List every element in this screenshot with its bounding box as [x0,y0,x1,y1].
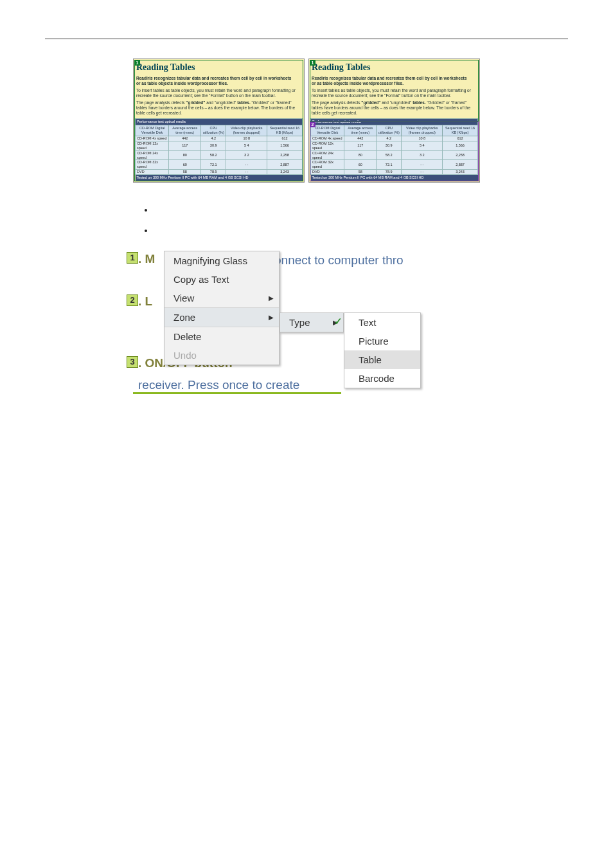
type-item-picture[interactable]: Picture [344,332,420,350]
type-item-table[interactable]: Table [344,350,420,369]
green-underline [133,392,341,394]
list-marker-3: 3 [127,356,138,368]
legend-item [154,205,568,208]
bg-text-receiver: receiver. Press once to create [138,378,299,392]
menu-item-zone[interactable]: Zone▶ [164,307,279,327]
zone-outline: 1 [134,60,303,181]
check-icon: ✓ [334,316,342,327]
list-marker-1: 1 [127,252,138,264]
reading-tables-figure: 1 Reading Tables Readiris recognizes tab… [133,59,480,183]
top-rule [45,39,568,39]
type-item-text[interactable]: ✓ Text [344,313,420,332]
zone-outline-table: 2 [310,122,479,181]
menu-item-delete[interactable]: Delete [164,327,279,346]
reading-tables-panel-right: 1 2 Reading Tables Readiris recognizes t… [308,59,480,183]
menu-item-magnifying-glass[interactable]: Magnifying Glass [164,251,279,270]
list-marker-2: 2 [127,294,138,306]
type-item-barcode[interactable]: Barcode [344,369,420,388]
type-submenu: ✓ Text Picture Table Barcode [344,312,421,388]
figure-legend [141,205,568,228]
bg-text-l: . L [138,294,152,309]
context-menu-screenshot: 1 . M onnect to computer thro 2 . L 3 . … [127,251,486,411]
legend-item [154,226,568,228]
zone-number: 1 [134,60,140,66]
chevron-right-icon: ▶ [269,314,274,321]
bg-text-m: . M [138,252,155,266]
menu-item-undo: Undo [164,346,279,365]
zone-outline-text: 1 [310,60,479,122]
menu-item-copy-as-text[interactable]: Copy as Text [164,270,279,289]
bg-text-connect: onnect to computer thro [274,253,404,267]
zone-number: 2 [310,122,315,127]
chevron-right-icon: ▶ [269,294,274,302]
reading-tables-panel-left: 1 Reading Tables Readiris recognizes tab… [133,59,305,183]
menu-item-view[interactable]: View▶ [164,289,279,307]
zone-number: 1 [310,60,315,66]
context-menu: Magnifying Glass Copy as Text View▶ Zone… [164,251,280,365]
